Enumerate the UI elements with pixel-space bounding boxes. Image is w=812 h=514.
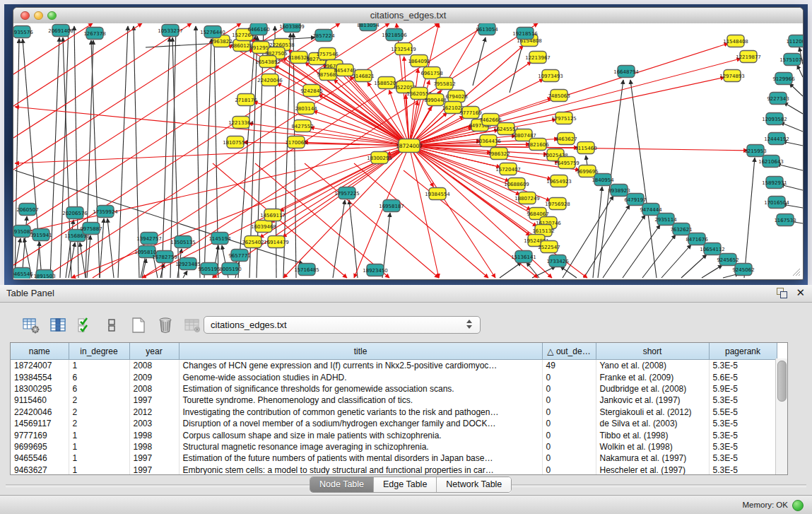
table-cell[interactable]: 2 [69,418,129,429]
table-cell[interactable]: 6 [69,371,129,382]
table-row[interactable]: 946554611997Estimation of the future num… [11,452,777,464]
table-cell[interactable]: 2008 [129,383,179,395]
table-cell[interactable]: 5.3E-5 [709,418,777,429]
table-cell[interactable]: 0 [542,418,596,429]
graph-node[interactable]: 16033809 [279,23,305,33]
table-row[interactable]: 1830029562008Estimation of significance … [11,383,777,395]
table-cell[interactable]: Estimation of the future numbers of pati… [179,452,542,464]
table-cell[interactable]: 1997 [129,452,179,464]
table-cell[interactable]: 0 [542,429,596,440]
table-cell[interactable]: Nakamura et al. (1997) [596,452,709,464]
table-cell[interactable]: 1997 [129,395,179,406]
table-cell[interactable]: 9465546 [11,452,69,464]
table-cell[interactable]: 5.3E-5 [709,441,777,452]
table-cell[interactable]: Hescheler et al. (1997) [596,465,709,475]
graph-node[interactable]: 12974893 [719,70,745,82]
table-cell[interactable]: Franke et al. (2009) [596,371,709,382]
graph-node[interactable]: 2718176 [235,94,257,106]
delete-column-icon[interactable] [155,316,175,335]
graph-node[interactable]: 12213967 [525,52,551,64]
table-cell[interactable]: 5.6E-5 [709,371,777,382]
select-columns-icon[interactable] [75,316,94,335]
table-cell[interactable]: 5.3E-5 [709,360,777,372]
graph-node[interactable]: 10688609 [504,178,529,190]
tab-edge-table[interactable]: Edge Table [374,477,437,492]
column-header-in_degree[interactable]: in_degree [69,343,129,360]
network-graph-canvas[interactable]: 7963822 8860128 8912954 22260538 9827505… [13,23,803,279]
table-cell[interactable]: Changes of HCN gene expression and I(f) … [179,360,542,372]
table-cell[interactable]: Estimation of significance thresholds fo… [179,383,542,395]
table-row[interactable]: 1872400712008Changes of HCN gene express… [11,360,777,372]
graph-node[interactable]: 12093582 [762,113,787,125]
minimize-button[interactable] [34,11,43,21]
graph-node[interactable]: 1864091 [408,55,430,67]
table-cell[interactable]: 5.9E-5 [709,383,777,395]
graph-node[interactable]: 9777169 [459,107,481,119]
graph-node[interactable]: 9245652 [717,254,739,266]
table-cell[interactable]: Disruption of a novel member of a sodium… [179,418,542,429]
graph-node[interactable]: 16914479 [264,236,289,248]
show-columns-icon[interactable] [48,316,67,335]
table-cell[interactable]: 1 [69,360,129,372]
table-cell[interactable]: 6 [69,383,129,395]
graph-node[interactable]: 16648794 [613,66,639,78]
graph-node[interactable]: 9505195 [198,263,220,275]
graph-node[interactable]: 18724007 [396,139,423,153]
table-cell[interactable]: Stergiakouli et al. (2012) [596,407,709,418]
tab-network-table[interactable]: Network Table [437,477,511,492]
graph-node[interactable]: 1840954 [592,174,614,186]
graph-node[interactable]: 1170065 [285,136,307,148]
graph-node[interactable]: 12444192 [764,133,789,145]
graph-node[interactable]: 3915941 [30,229,52,241]
table-scrollbar-thumb[interactable] [777,361,787,402]
graph-node[interactable]: 2060507 [16,204,38,216]
graph-node[interactable]: 9129966 [772,73,795,85]
graph-node[interactable]: 1891503 [33,270,55,279]
table-cell[interactable]: Embryonic stem cells: a model to study s… [179,465,542,475]
table-cell[interactable]: 2008 [129,360,179,372]
table-cell[interactable]: 2012 [129,407,179,418]
table-cell[interactable]: Genome-wide association studies in ADHD. [179,371,542,382]
graph-node[interactable]: 15751074 [779,54,803,66]
graph-node[interactable]: 1267378 [83,28,105,40]
graph-node[interactable]: 6479197 [624,194,646,206]
graph-node[interactable]: 9146821 [352,70,374,82]
graph-node[interactable]: 19218506 [382,29,407,41]
table-cell[interactable]: 0 [542,371,596,382]
table-cell[interactable]: 9699695 [11,441,69,452]
graph-node[interactable]: 11548408 [723,35,748,47]
table-cell[interactable]: Yano et al. (2008) [596,360,709,372]
new-column-icon[interactable] [129,316,148,335]
graph-node[interactable]: 10533277 [158,25,183,37]
column-header-pagerank[interactable]: pagerank [709,343,777,360]
graph-node[interactable]: 8005190 [219,263,241,275]
table-cell[interactable]: 9777169 [11,429,69,440]
table-cell[interactable]: 1998 [129,441,179,452]
graph-node[interactable]: 7485063 [548,90,570,102]
row-options-icon[interactable] [102,316,121,335]
table-cell[interactable]: 2 [69,395,129,406]
table-cell[interactable]: de Silva et al. (2003) [596,418,709,429]
graph-node[interactable]: 1112004 [786,35,803,47]
column-header-short[interactable]: short [596,343,709,360]
graph-node[interactable]: 2803144 [295,103,317,115]
table-cell[interactable]: 0 [542,441,596,452]
graph-node[interactable]: 9657771 [228,250,250,262]
table-cell[interactable]: 0 [542,407,596,418]
table-cell[interactable]: 22420046 [11,407,69,418]
table-cell[interactable]: 2 [69,407,129,418]
table-cell[interactable]: 1997 [129,465,179,475]
table-cell[interactable]: 5.3E-5 [709,465,777,475]
column-header-out_de[interactable]: △ out_de… [542,343,596,360]
graph-node[interactable]: 1733426 [546,255,569,267]
column-header-year[interactable]: year [129,343,179,360]
graph-node[interactable]: 1145194 [208,233,231,245]
table-row[interactable]: 977716911998Corpus callosum shape and si… [11,429,777,440]
graph-node[interactable]: 7986322 [488,148,510,160]
graph-node[interactable]: 8813054 [357,23,379,31]
graph-node[interactable]: 9115460 [575,142,596,154]
table-cell[interactable]: 18724007 [11,360,69,372]
table-cell[interactable]: 9463627 [11,465,69,475]
graph-node[interactable]: 8613054 [476,23,498,35]
graph-node[interactable]: 15892931 [762,177,787,189]
